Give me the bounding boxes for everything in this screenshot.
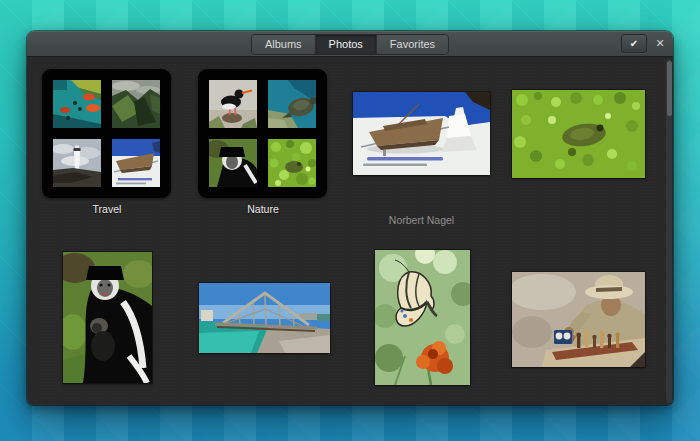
album-travel-collage	[42, 69, 171, 198]
swallowtail-butterfly-image	[375, 250, 470, 385]
photo-caption: Norbert Nagel	[353, 214, 490, 226]
album-nature-collage	[198, 69, 327, 198]
desktop: Albums Photos Favorites ✔ ✕	[0, 0, 700, 441]
photo-butterfly[interactable]	[375, 250, 470, 385]
photo-model-boat[interactable]	[353, 92, 490, 175]
selection-mode-button[interactable]: ✔	[621, 34, 647, 53]
photo-frog-in-duckweed[interactable]	[512, 90, 645, 178]
sea-turtle-image	[268, 80, 316, 128]
close-icon: ✕	[655, 37, 664, 49]
album-nature-label: Nature	[198, 203, 328, 215]
album-nature[interactable]	[198, 69, 327, 198]
photos-grid: Travel	[27, 57, 673, 405]
steel-bridge-image	[199, 283, 330, 353]
tab-photos[interactable]: Photos	[316, 35, 377, 54]
duckweed-thumb-image	[268, 139, 316, 187]
titlebar-actions: ✔ ✕	[621, 34, 669, 53]
album-travel-label: Travel	[42, 203, 172, 215]
pool-scene-image	[53, 80, 101, 128]
scrollbar-thumb[interactable]	[667, 61, 672, 116]
colobus-monkey-thumb-image	[209, 139, 257, 187]
model-boat-image	[353, 92, 490, 175]
close-button[interactable]: ✕	[651, 34, 669, 53]
photo-colobus-monkey[interactable]	[63, 252, 152, 383]
canyon-image	[112, 80, 160, 128]
chess-player-image	[512, 272, 645, 367]
scrollbar-track[interactable]	[666, 59, 672, 403]
tab-favorites[interactable]: Favorites	[377, 35, 448, 54]
oystercatcher-bird-image	[209, 80, 257, 128]
titlebar[interactable]: Albums Photos Favorites ✔ ✕	[27, 31, 673, 57]
photo-steel-bridge[interactable]	[199, 283, 330, 353]
photo-chess-player[interactable]	[512, 272, 645, 367]
photos-app-window: Albums Photos Favorites ✔ ✕	[27, 31, 673, 405]
frog-in-duckweed-image	[512, 90, 645, 178]
checkmark-icon: ✔	[630, 38, 638, 49]
tab-albums[interactable]: Albums	[252, 35, 316, 54]
view-switcher: Albums Photos Favorites	[251, 34, 449, 55]
colobus-monkey-image	[63, 252, 152, 383]
model-boat-thumb-image	[112, 139, 160, 187]
lighthouse-image	[53, 139, 101, 187]
album-travel[interactable]	[42, 69, 171, 198]
